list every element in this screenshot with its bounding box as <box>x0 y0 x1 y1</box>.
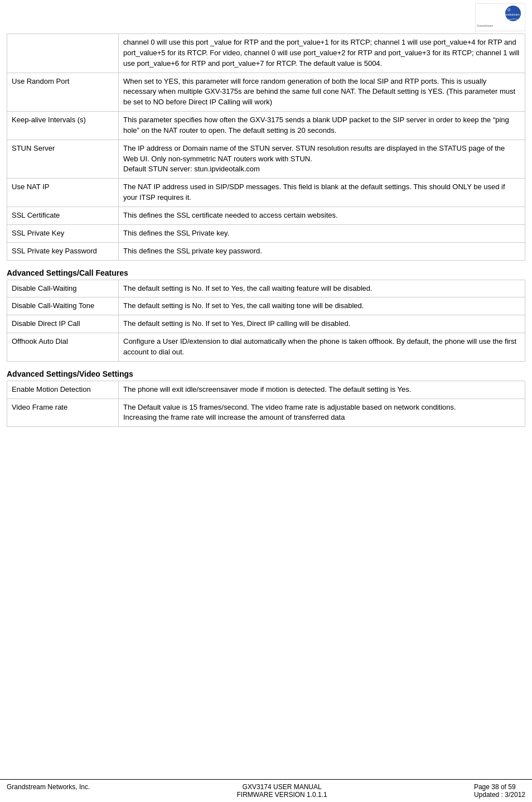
footer-doc: GXV3174 USER MANUAL FIRMWARE VERSION 1.0… <box>237 783 327 799</box>
row-description: The default setting is No. If set to Yes… <box>119 297 525 315</box>
row-description: The default setting is No. If set to Yes… <box>119 280 525 297</box>
table-row: SSL Private KeyThis defines the SSL Priv… <box>7 224 525 242</box>
table-row: Keep-alive Intervals (s)This parameter s… <box>7 112 525 140</box>
row-label: Keep-alive Intervals (s) <box>7 112 119 140</box>
row-description: When set to YES, this parameter will for… <box>119 73 525 112</box>
row-label: SSL Private Key <box>7 224 119 242</box>
row-description: The default setting is No. If set to Yes… <box>119 315 525 333</box>
row-label <box>7 34 119 73</box>
footer-updated: Updated : 3/2012 <box>474 791 525 799</box>
content-area: channel 0 will use this port _value for … <box>0 33 532 779</box>
table-row: Disable Call-WaitingThe default setting … <box>7 280 525 297</box>
svg-text:randstream: randstream <box>504 13 520 16</box>
table-row: channel 0 will use this port _value for … <box>7 34 525 73</box>
row-description: The IP address or Domain name of the STU… <box>119 140 525 179</box>
svg-text:Innovative IP Voice & Video: Innovative IP Voice & Video <box>502 18 525 21</box>
footer-page-info: Page 38 of 59 Updated : 3/2012 <box>474 783 525 799</box>
footer-company: Grandstream Networks, Inc. <box>7 783 90 799</box>
row-description: This defines the SSL private key passwor… <box>119 242 525 260</box>
page-wrapper: G randstream Innovative IP Voice & Video… <box>0 0 532 802</box>
row-description: Configure a User ID/extension to dial au… <box>119 333 525 362</box>
table-row: Disable Call-Waiting ToneThe default set… <box>7 297 525 315</box>
table-row: Offhook Auto DialConfigure a User ID/ext… <box>7 333 525 362</box>
row-label: Disable Call-Waiting Tone <box>7 297 119 315</box>
row-description: This defines the SSL Private key. <box>119 224 525 242</box>
top-table: channel 0 will use this port _value for … <box>7 33 525 261</box>
row-description: The Default value is 15 frames/second. T… <box>119 398 525 427</box>
row-label: Disable Call-Waiting <box>7 280 119 297</box>
row-label: SSL Private key Password <box>7 242 119 260</box>
row-label: SSL Certificate <box>7 206 119 224</box>
svg-text:Grandstream: Grandstream <box>477 24 493 27</box>
footer-doc-title: GXV3174 USER MANUAL <box>237 783 327 791</box>
footer-doc-subtitle: FIRMWARE VERSION 1.0.1.1 <box>237 791 327 799</box>
row-label: STUN Server <box>7 140 119 179</box>
svg-text:G: G <box>507 8 511 12</box>
row-description: This parameter specifies how often the G… <box>119 112 525 140</box>
row-label: Use Random Port <box>7 73 119 112</box>
table-row: Use Random PortWhen set to YES, this par… <box>7 73 525 112</box>
section-heading-video-settings: Advanced Settings/Video Settings <box>7 369 525 378</box>
row-label: Offhook Auto Dial <box>7 333 119 362</box>
grandstream-logo: G randstream Innovative IP Voice & Video… <box>475 3 525 31</box>
row-label: Video Frame rate <box>7 398 119 427</box>
row-description: The phone will exit idle/screensaver mod… <box>119 381 525 398</box>
table-row: SSL CertificateThis defines the SSL cert… <box>7 206 525 224</box>
row-description: The NAT IP address used in SIP/SDP messa… <box>119 179 525 207</box>
table-row: Disable Direct IP CallThe default settin… <box>7 315 525 333</box>
footer-page: Page 38 of 59 <box>474 783 525 791</box>
row-label: Disable Direct IP Call <box>7 315 119 333</box>
row-description: channel 0 will use this port _value for … <box>119 34 525 73</box>
row-label: Enable Motion Detection <box>7 381 119 398</box>
table-row: SSL Private key PasswordThis defines the… <box>7 242 525 260</box>
footer: Grandstream Networks, Inc. GXV3174 USER … <box>0 779 532 802</box>
table-row: Enable Motion DetectionThe phone will ex… <box>7 381 525 398</box>
row-label: Use NAT IP <box>7 179 119 207</box>
video-settings-table: Enable Motion DetectionThe phone will ex… <box>7 381 525 428</box>
section-heading-call-features: Advanced Settings/Call Features <box>7 268 525 277</box>
table-row: Use NAT IPThe NAT IP address used in SIP… <box>7 179 525 207</box>
header-logo: G randstream Innovative IP Voice & Video… <box>0 0 532 33</box>
row-description: This defines the SSL certificate needed … <box>119 206 525 224</box>
call-features-table: Disable Call-WaitingThe default setting … <box>7 280 525 362</box>
table-row: STUN ServerThe IP address or Domain name… <box>7 140 525 179</box>
table-row: Video Frame rateThe Default value is 15 … <box>7 398 525 427</box>
